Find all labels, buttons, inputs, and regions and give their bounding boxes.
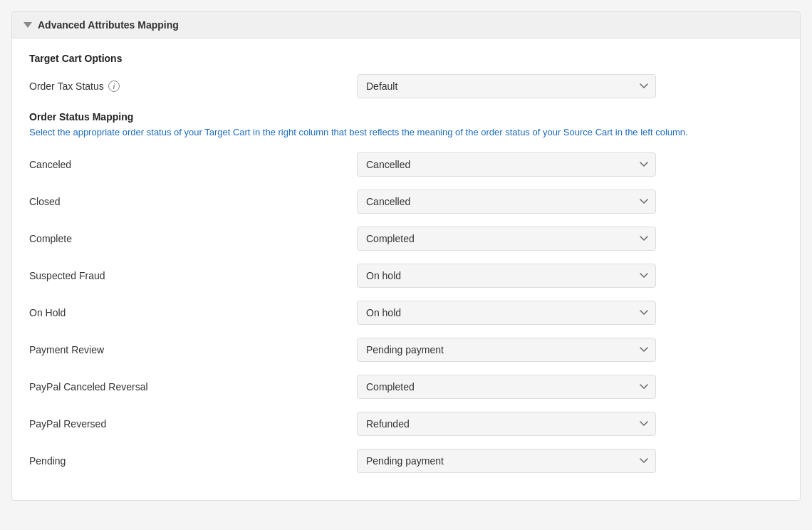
mapping-row-5: Payment ReviewCancelledCompletedOn holdP… bbox=[29, 338, 783, 362]
order-status-title: Order Status Mapping bbox=[29, 111, 783, 123]
mapping-select-7[interactable]: CancelledCompletedOn holdPending payment… bbox=[357, 412, 656, 436]
mapping-row-3: Suspected FraudCancelledCompletedOn hold… bbox=[29, 264, 783, 288]
mapping-row-8: PendingCancelledCompletedOn holdPending … bbox=[29, 449, 783, 473]
order-tax-status-select[interactable]: Default Taxable None bbox=[357, 74, 656, 98]
mapping-select-wrapper-0: CancelledCompletedOn holdPending payment… bbox=[357, 152, 656, 177]
mapping-source-label-3: Suspected Fraud bbox=[29, 270, 357, 281]
order-status-desc: Select the appropriate order status of y… bbox=[29, 125, 783, 140]
mapping-row-2: CompleteCancelledCompletedOn holdPending… bbox=[29, 227, 783, 251]
mapping-select-1[interactable]: CancelledCompletedOn holdPending payment… bbox=[357, 189, 656, 214]
mapping-source-label-7: PayPal Reversed bbox=[29, 418, 357, 430]
mapping-source-label-4: On Hold bbox=[29, 307, 357, 318]
mapping-select-wrapper-2: CancelledCompletedOn holdPending payment… bbox=[357, 227, 656, 251]
mapping-source-label-8: Pending bbox=[29, 455, 357, 467]
mapping-select-6[interactable]: CancelledCompletedOn holdPending payment… bbox=[357, 375, 656, 399]
mapping-select-5[interactable]: CancelledCompletedOn holdPending payment… bbox=[357, 338, 656, 362]
order-status-section: Order Status Mapping Select the appropri… bbox=[29, 111, 783, 473]
mapping-select-2[interactable]: CancelledCompletedOn holdPending payment… bbox=[357, 227, 656, 251]
mapping-row-1: ClosedCancelledCompletedOn holdPending p… bbox=[29, 189, 783, 214]
mapping-source-label-1: Closed bbox=[29, 196, 357, 207]
target-cart-section-title: Target Cart Options bbox=[29, 53, 783, 64]
mapping-select-8[interactable]: CancelledCompletedOn holdPending payment… bbox=[357, 449, 656, 473]
order-tax-status-row: Order Tax Status i Default Taxable None bbox=[29, 74, 783, 98]
mapping-select-wrapper-5: CancelledCompletedOn holdPending payment… bbox=[357, 338, 656, 362]
order-tax-status-select-wrapper: Default Taxable None bbox=[357, 74, 656, 98]
mapping-select-0[interactable]: CancelledCompletedOn holdPending payment… bbox=[357, 152, 656, 177]
panel-title: Advanced Attributes Mapping bbox=[38, 19, 179, 31]
mapping-source-label-2: Complete bbox=[29, 233, 357, 244]
collapse-icon[interactable] bbox=[24, 22, 32, 28]
info-icon[interactable]: i bbox=[108, 80, 120, 92]
mapping-select-wrapper-1: CancelledCompletedOn holdPending payment… bbox=[357, 189, 656, 214]
mapping-source-label-0: Canceled bbox=[29, 159, 357, 170]
advanced-attributes-mapping-panel: Advanced Attributes Mapping Target Cart … bbox=[11, 11, 801, 501]
mapping-select-wrapper-7: CancelledCompletedOn holdPending payment… bbox=[357, 412, 656, 436]
mapping-select-3[interactable]: CancelledCompletedOn holdPending payment… bbox=[357, 264, 656, 288]
panel-header: Advanced Attributes Mapping bbox=[12, 12, 800, 38]
panel-body: Target Cart Options Order Tax Status i D… bbox=[12, 38, 800, 500]
order-tax-status-label: Order Tax Status i bbox=[29, 80, 357, 92]
mapping-select-wrapper-3: CancelledCompletedOn holdPending payment… bbox=[357, 264, 656, 288]
mapping-row-0: CanceledCancelledCompletedOn holdPending… bbox=[29, 152, 783, 177]
mapping-rows-container: CanceledCancelledCompletedOn holdPending… bbox=[29, 152, 783, 473]
mapping-source-label-5: Payment Review bbox=[29, 344, 357, 355]
mapping-row-4: On HoldCancelledCompletedOn holdPending … bbox=[29, 301, 783, 325]
mapping-row-6: PayPal Canceled ReversalCancelledComplet… bbox=[29, 375, 783, 399]
mapping-select-wrapper-4: CancelledCompletedOn holdPending payment… bbox=[357, 301, 656, 325]
mapping-select-4[interactable]: CancelledCompletedOn holdPending payment… bbox=[357, 301, 656, 325]
mapping-select-wrapper-8: CancelledCompletedOn holdPending payment… bbox=[357, 449, 656, 473]
mapping-source-label-6: PayPal Canceled Reversal bbox=[29, 381, 357, 393]
mapping-row-7: PayPal ReversedCancelledCompletedOn hold… bbox=[29, 412, 783, 436]
mapping-select-wrapper-6: CancelledCompletedOn holdPending payment… bbox=[357, 375, 656, 399]
